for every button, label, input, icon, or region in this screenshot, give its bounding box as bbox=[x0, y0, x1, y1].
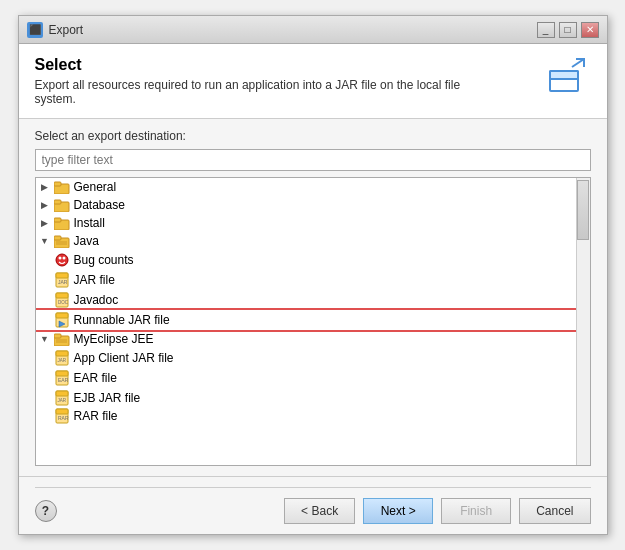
ejb-jar-file-icon: JAR bbox=[54, 390, 70, 406]
close-button[interactable]: ✕ bbox=[581, 22, 599, 38]
arrow-myeclipse-jee: ▼ bbox=[40, 334, 50, 344]
tree-item-runnable-jar[interactable]: Runnable JAR file bbox=[36, 310, 590, 330]
svg-rect-37 bbox=[56, 409, 68, 414]
runnable-jar-icon bbox=[54, 312, 70, 328]
tree-item-myeclipse-jee[interactable]: ▼ MyEclipse JEE bbox=[36, 330, 590, 348]
ear-file-icon: EAR bbox=[54, 370, 70, 386]
tree-label-rar-file: RAR file bbox=[74, 409, 118, 423]
tree-label-bug-counts: Bug counts bbox=[74, 253, 134, 267]
footer-separator bbox=[35, 487, 591, 488]
tree-item-javadoc[interactable]: DOC Javadoc bbox=[36, 290, 590, 310]
arrow-general: ▶ bbox=[40, 182, 50, 192]
folder-myeclipse-icon bbox=[54, 332, 70, 346]
folder-install-icon bbox=[54, 216, 70, 230]
footer: ? < Back Next > Finish Cancel bbox=[19, 476, 607, 534]
footer-left: ? bbox=[35, 500, 57, 522]
svg-rect-16 bbox=[56, 273, 68, 278]
tree-label-ear-file: EAR file bbox=[74, 371, 117, 385]
minimize-button[interactable]: _ bbox=[537, 22, 555, 38]
rar-file-icon: RAR bbox=[54, 408, 70, 424]
tree-label-runnable-jar: Runnable JAR file bbox=[74, 313, 170, 327]
tree-label-jar-file: JAR file bbox=[74, 273, 115, 287]
arrow-install: ▶ bbox=[40, 218, 50, 228]
footer-right: < Back Next > Finish Cancel bbox=[284, 498, 590, 524]
footer-buttons: ? < Back Next > Finish Cancel bbox=[35, 498, 591, 524]
svg-rect-8 bbox=[54, 218, 61, 222]
arrow-database: ▶ bbox=[40, 200, 50, 210]
content-area: Select an export destination: ▶ General … bbox=[19, 119, 607, 476]
tree-container[interactable]: ▶ General ▶ Database ▶ Instal bbox=[35, 177, 591, 466]
header-section: Select Export all resources required to … bbox=[19, 44, 607, 119]
tree-item-java[interactable]: ▼ Java bbox=[36, 232, 590, 250]
export-dialog: ⬛ Export _ □ ✕ Select Export all resourc… bbox=[18, 15, 608, 535]
tree-item-ear-file[interactable]: EAR EAR file bbox=[36, 368, 590, 388]
next-button[interactable]: Next > bbox=[363, 498, 433, 524]
tree-item-install[interactable]: ▶ Install bbox=[36, 214, 590, 232]
svg-text:RAR: RAR bbox=[58, 415, 69, 421]
header-description: Export all resources required to run an … bbox=[35, 78, 495, 106]
window-title: Export bbox=[49, 23, 84, 37]
tree-label-myeclipse-jee: MyEclipse JEE bbox=[74, 332, 154, 346]
svg-rect-1 bbox=[550, 71, 578, 79]
svg-rect-28 bbox=[56, 351, 68, 356]
tree-label-javadoc: Javadoc bbox=[74, 293, 119, 307]
finish-button[interactable]: Finish bbox=[441, 498, 511, 524]
tree-label-java: Java bbox=[74, 234, 99, 248]
scrollbar-track[interactable] bbox=[576, 178, 590, 465]
destination-label: Select an export destination: bbox=[35, 129, 591, 143]
header-title: Select bbox=[35, 56, 495, 74]
svg-rect-22 bbox=[56, 313, 68, 318]
help-button[interactable]: ? bbox=[35, 500, 57, 522]
arrow-java: ▼ bbox=[40, 236, 50, 246]
folder-database-icon bbox=[54, 198, 70, 212]
tree-label-ejb-jar-file: EJB JAR file bbox=[74, 391, 141, 405]
tree-label-install: Install bbox=[74, 216, 105, 230]
svg-rect-10 bbox=[54, 236, 61, 240]
filter-input[interactable] bbox=[35, 149, 591, 171]
svg-text:DOC: DOC bbox=[58, 300, 69, 305]
tree-item-database[interactable]: ▶ Database bbox=[36, 196, 590, 214]
back-button[interactable]: < Back bbox=[284, 498, 355, 524]
folder-java-icon bbox=[54, 234, 70, 248]
window-icon: ⬛ bbox=[27, 22, 43, 38]
tree-item-rar-file[interactable]: RAR RAR file bbox=[36, 408, 590, 424]
jar-file-icon: JAR bbox=[54, 272, 70, 288]
title-controls: _ □ ✕ bbox=[537, 22, 599, 38]
svg-line-2 bbox=[572, 59, 584, 67]
header-icon-area bbox=[543, 56, 591, 96]
maximize-button[interactable]: □ bbox=[559, 22, 577, 38]
svg-text:JAR: JAR bbox=[57, 358, 66, 363]
tree-item-ejb-jar-file[interactable]: JAR EJB JAR file bbox=[36, 388, 590, 408]
svg-point-14 bbox=[62, 257, 65, 260]
tree-item-bug-counts[interactable]: Bug counts bbox=[36, 250, 590, 270]
svg-rect-11 bbox=[56, 241, 67, 245]
title-bar: ⬛ Export _ □ ✕ bbox=[19, 16, 607, 44]
svg-rect-25 bbox=[54, 334, 61, 338]
tree-item-general[interactable]: ▶ General bbox=[36, 178, 590, 196]
tree-label-database: Database bbox=[74, 198, 125, 212]
svg-text:EAR: EAR bbox=[58, 377, 69, 383]
svg-rect-34 bbox=[56, 391, 68, 396]
svg-rect-26 bbox=[56, 339, 67, 343]
tree-item-app-client-jar[interactable]: JAR App Client JAR file bbox=[36, 348, 590, 368]
scrollbar-thumb[interactable] bbox=[577, 180, 589, 240]
tree-item-jar-file[interactable]: JAR JAR file bbox=[36, 270, 590, 290]
svg-rect-31 bbox=[56, 371, 68, 376]
svg-point-12 bbox=[56, 254, 68, 266]
tree-label-general: General bbox=[74, 180, 117, 194]
svg-text:JAR: JAR bbox=[57, 398, 66, 403]
header-left: Select Export all resources required to … bbox=[35, 56, 495, 106]
app-client-jar-icon: JAR bbox=[54, 350, 70, 366]
tree-label-app-client-jar: App Client JAR file bbox=[74, 351, 174, 365]
javadoc-icon: DOC bbox=[54, 292, 70, 308]
svg-rect-4 bbox=[54, 182, 61, 186]
svg-point-13 bbox=[58, 257, 61, 260]
svg-rect-6 bbox=[54, 200, 61, 204]
folder-general-icon bbox=[54, 180, 70, 194]
title-bar-left: ⬛ Export bbox=[27, 22, 84, 38]
export-icon bbox=[546, 57, 588, 95]
svg-rect-19 bbox=[56, 293, 68, 298]
bug-counts-icon bbox=[54, 252, 70, 268]
svg-text:JAR: JAR bbox=[58, 279, 68, 285]
cancel-button[interactable]: Cancel bbox=[519, 498, 590, 524]
